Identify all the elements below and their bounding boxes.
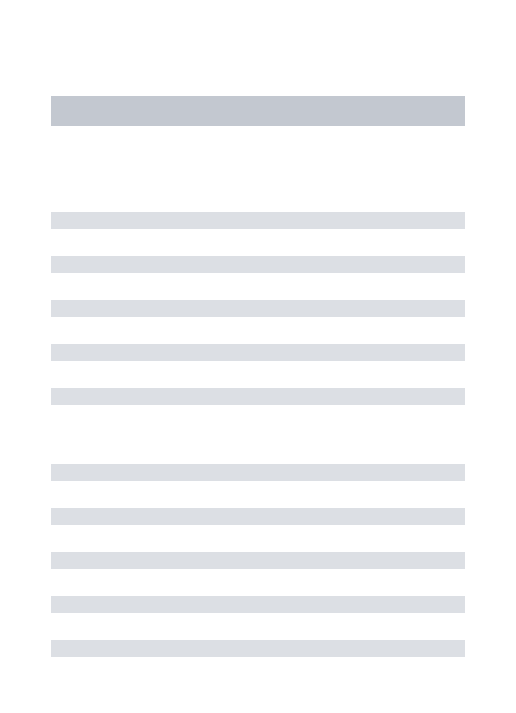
skeleton-line — [51, 552, 465, 569]
skeleton-line — [51, 300, 465, 317]
skeleton-line — [51, 596, 465, 613]
skeleton-line — [51, 640, 465, 657]
skeleton-line — [51, 344, 465, 361]
skeleton-container — [0, 0, 516, 657]
skeleton-line — [51, 256, 465, 273]
skeleton-title — [51, 96, 465, 126]
skeleton-line — [51, 212, 465, 229]
skeleton-line — [51, 508, 465, 525]
skeleton-line — [51, 388, 465, 405]
skeleton-gap — [51, 432, 465, 464]
skeleton-line — [51, 464, 465, 481]
